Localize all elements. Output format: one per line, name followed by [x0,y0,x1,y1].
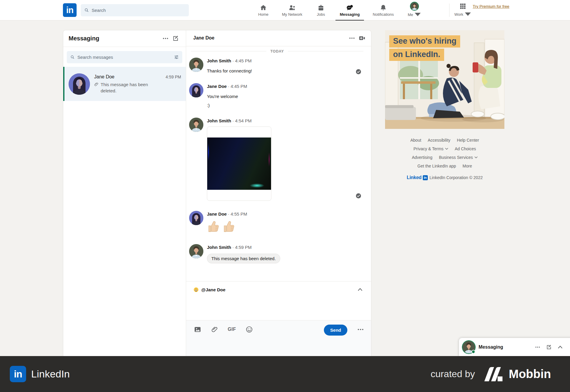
try-premium-link[interactable]: Try Premium for free [472,4,510,10]
ad-headline-line2: on LinkedIn. [389,49,444,61]
mobbin-logo-icon [483,367,504,381]
chevron-up-icon [357,287,363,293]
message-time: 4:45 PM [231,84,247,89]
sender-name[interactable]: Jane Doe [207,211,227,216]
gif-button[interactable]: GIF [228,325,236,333]
message-time: 4:54 PM [235,118,252,123]
compose-input[interactable]: @Jane Doe [193,287,364,293]
link-privacy-terms[interactable]: Privacy & Terms [414,146,448,151]
hiring-ad[interactable]: See who's hiring on LinkedIn. [385,30,504,129]
message-image-attachment[interactable] [207,127,271,201]
link-ad-choices[interactable]: Ad Choices [455,146,476,151]
collapse-compose-button[interactable] [356,285,365,294]
conversation-item-jane-doe[interactable]: Jane Doe 4:59 PM This message has been d… [63,67,186,101]
nav-label: My Network [282,12,303,17]
conversation-snippet: This message has been deleted. [94,81,155,94]
link-about[interactable]: About [410,138,421,143]
thread-more-button[interactable] [347,33,357,43]
sender-name[interactable]: John Smith [207,245,231,250]
compose-icon [546,344,552,350]
nav-label: Notifications [373,12,394,17]
send-button[interactable]: Send [324,325,347,336]
paperclip-icon [94,82,99,87]
message-john-445: John Smith·4:45 PM Thanks for connecting… [189,58,365,75]
nav-label: Work [454,12,463,17]
messaging-dock-widget[interactable]: Messaging [459,338,570,356]
attach-file-button[interactable] [210,325,219,333]
conversations-more-button[interactable] [160,34,170,44]
conversation-avatar [69,73,90,95]
widget-more-button[interactable] [533,343,542,352]
deleted-message-pill: This message has been deleted. [207,254,280,263]
link-advertising[interactable]: Advertising [412,155,432,160]
nav-item-home[interactable]: Home [251,0,276,20]
nav-item-me[interactable]: Me [401,0,428,20]
link-more[interactable]: More [463,164,472,168]
link-accessibility[interactable]: Accessibility [428,138,450,143]
avatar[interactable] [189,211,203,225]
search-input[interactable] [92,8,185,13]
thread-pane: Jane Doe TODAY [186,30,371,356]
emoji-button[interactable] [245,325,253,333]
avatar[interactable] [189,58,203,72]
top-nav: in Home My Network [0,0,570,20]
primary-nav: Home My Network Jobs [251,0,428,20]
more-horizontal-icon [535,344,541,350]
nav-item-messaging[interactable]: Messaging [334,0,366,20]
search-messages-box[interactable] [67,51,182,63]
sender-name[interactable]: John Smith [207,118,231,123]
thread-header: Jane Doe [186,30,371,46]
thumbs-up-emoji-pair [207,220,353,233]
filter-icon[interactable] [174,54,179,60]
widget-compose-button[interactable] [544,343,553,352]
mobbin-brand: Mobbin [483,367,551,381]
avatar[interactable] [189,244,203,258]
smiley-icon [246,326,253,333]
grin-emoji-icon [193,287,199,293]
more-horizontal-icon [357,326,364,333]
nav-label: Me [408,12,413,17]
bottom-brand-bar: in LinkedIn curated by Mobbin [0,356,570,392]
home-icon [260,4,267,11]
nav-divider [449,4,449,17]
compose-area[interactable]: @Jane Doe [186,281,371,320]
avatar[interactable] [189,118,203,132]
pane-title: Messaging [69,35,160,42]
linkedin-logo: in [10,366,26,382]
widget-expand-button[interactable] [556,343,565,352]
toolbar-more-button[interactable] [356,325,365,333]
linkedin-app: in Home My Network [0,0,570,392]
curated-by-text: curated by [430,369,475,380]
chevron-down-icon [464,11,471,18]
thread-title: Jane Doe [193,35,347,41]
compose-message-button[interactable] [170,34,180,44]
link-business-services[interactable]: Business Services [439,155,477,160]
compose-icon [172,35,179,42]
attach-image-button[interactable] [193,325,202,333]
linkedin-logo[interactable]: in [63,3,77,17]
chevron-down-icon [445,148,448,150]
message-time: 4:55 PM [231,211,247,216]
more-horizontal-icon [162,35,169,42]
link-help-center[interactable]: Help Center [457,138,479,143]
mobbin-text: Mobbin [509,367,551,381]
search-messages-input[interactable] [77,55,171,60]
rail-footer-links: About Accessibility Help Center Privacy … [385,138,504,168]
nav-item-work[interactable]: Work [452,0,473,20]
image-icon [194,326,201,333]
sender-name[interactable]: John Smith [207,58,231,63]
copyright-text: LinkedIn Corporation © 2022 [430,175,483,180]
delivered-check-icon [356,193,361,198]
nav-item-notifications[interactable]: Notifications [366,0,401,20]
avatar[interactable] [189,83,203,97]
video-meeting-button[interactable] [357,33,367,43]
global-search[interactable] [81,4,189,16]
nav-item-jobs[interactable]: Jobs [308,0,334,20]
link-get-app[interactable]: Get the LinkedIn app [417,164,456,168]
chevron-down-icon [414,11,421,18]
sender-name[interactable]: Jane Doe [207,84,227,89]
gradient-image [207,137,271,190]
ad-headline-line1: See who's hiring [389,35,460,48]
nav-item-my-network[interactable]: My Network [276,0,308,20]
message-john-454: John Smith·4:54 PM [189,118,365,201]
